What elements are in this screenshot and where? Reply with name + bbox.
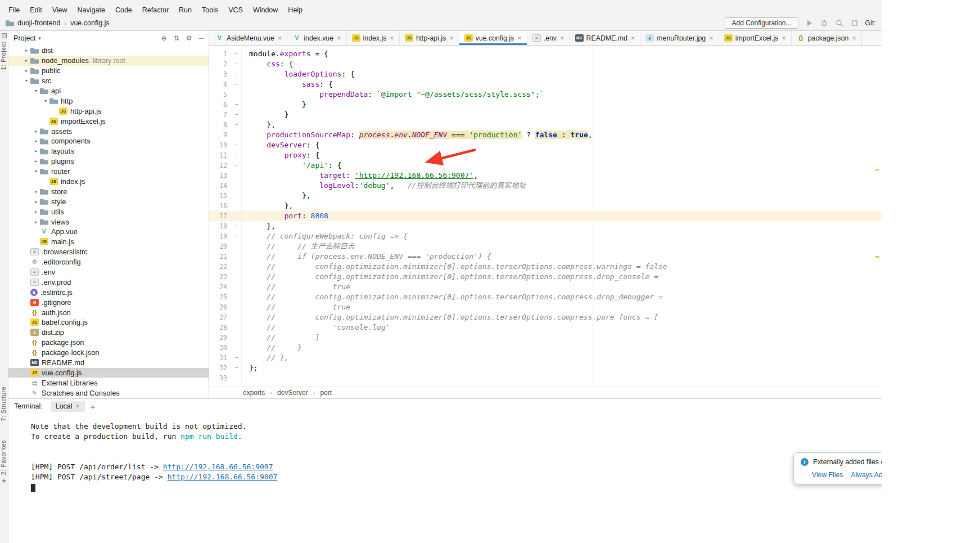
chevron-right-icon[interactable]: ▸ (32, 138, 40, 143)
menu-view[interactable]: View (47, 5, 73, 16)
tab-importexcel-js[interactable]: JSimportExcel.js× (719, 31, 792, 45)
tree-item-router[interactable]: ▾router (8, 167, 209, 177)
code-line[interactable]: 25 // config.optimization.minimizer[0].o… (209, 292, 882, 302)
tree-item-utils[interactable]: ▸utils (8, 207, 209, 217)
code-line[interactable]: 4− sass: { (209, 79, 882, 89)
breadcrumb-port[interactable]: port (320, 389, 332, 397)
tree-item-public[interactable]: ▸public (8, 66, 209, 76)
tree-item-editorconfig[interactable]: ⚙.editorconfig (8, 257, 209, 267)
code-line[interactable]: 1−module.exports = { (209, 49, 882, 59)
project-panel-selector[interactable]: Project (13, 34, 35, 42)
tab-env[interactable]: ≡.env× (527, 31, 570, 45)
code-line[interactable]: 12− '/api': { (209, 160, 882, 170)
menu-window[interactable]: Window (248, 5, 283, 16)
code-line[interactable]: 2− css: { (209, 59, 882, 69)
tree-item-views[interactable]: ▸views (8, 217, 209, 227)
tree-item-package-lock-json[interactable]: {}package-lock.json (8, 348, 209, 358)
tree-item-plugins[interactable]: ▸plugins (8, 156, 209, 167)
fold-icon[interactable]: − (232, 120, 241, 130)
code-line[interactable]: 18− }, (209, 221, 882, 231)
fold-icon[interactable]: − (232, 150, 241, 160)
code-line[interactable]: 3− loaderOptions: { (209, 69, 882, 79)
tree-item-dist-zip[interactable]: Zdist.zip (8, 327, 209, 338)
close-tab-icon[interactable]: × (782, 34, 786, 42)
chevron-right-icon[interactable]: ▸ (22, 68, 30, 73)
menu-refactor[interactable]: Refactor (137, 5, 174, 16)
code-line[interactable]: 26 // true (209, 302, 882, 312)
locate-file-button[interactable]: ⊕ (161, 34, 167, 42)
breadcrumb-devserver[interactable]: devServer (277, 389, 308, 397)
code-line[interactable]: 19− // configureWebpack: config => { (209, 231, 882, 241)
chevron-right-icon[interactable]: ▸ (32, 199, 40, 204)
tree-item-importexcel-js[interactable]: JSimportExcel.js (8, 116, 209, 126)
menu-vcs[interactable]: VCS (223, 5, 248, 16)
tab-readme-md[interactable]: MDREADME.md× (570, 31, 641, 45)
tree-item-index-js[interactable]: JSindex.js (8, 177, 209, 187)
fold-icon[interactable]: − (232, 221, 241, 231)
close-tab-icon[interactable]: × (852, 34, 856, 42)
favorites-star-icon[interactable]: ★ (1, 477, 7, 484)
chevron-down-icon[interactable]: ▾ (42, 98, 49, 104)
fold-icon[interactable]: − (232, 160, 241, 170)
tab-menurouter-jpg[interactable]: ▲menuRouter.jpg× (640, 31, 719, 45)
tree-item-src[interactable]: ▾src (8, 76, 209, 86)
code-line[interactable]: 24 // true (209, 282, 882, 292)
code-line[interactable]: 14 logLevel:'debug', //控制台终端打印代理前的真实地址 (209, 181, 882, 191)
close-tab-icon[interactable]: × (337, 34, 341, 42)
tree-item-vue-config-js[interactable]: JSvue.config.js (8, 368, 209, 378)
code-line[interactable]: 30 // } (209, 343, 882, 353)
chevron-right-icon[interactable]: ▸ (32, 129, 40, 134)
code-line[interactable]: 27 // config.optimization.minimizer[0].o… (209, 312, 882, 322)
tree-item-dist[interactable]: ▸dist (8, 46, 209, 56)
code-line[interactable]: 15 }, (209, 191, 882, 201)
tree-item-http-api-js[interactable]: JShttp-api.js (8, 106, 209, 116)
chevron-right-icon[interactable]: ▸ (32, 189, 40, 194)
terminal-link[interactable]: http://192.168.66.56:9007 (163, 463, 273, 471)
chevron-right-icon[interactable]: ▸ (32, 219, 40, 225)
search-button[interactable] (835, 19, 844, 28)
tree-item-http[interactable]: ▾http (8, 96, 209, 106)
tab-asidemenu-vue[interactable]: VAsideMenu.vue× (210, 31, 287, 45)
tab-index-vue[interactable]: Vindex.vue× (287, 31, 346, 45)
tree-item-env[interactable]: ≡.env (8, 267, 209, 277)
fold-icon[interactable]: − (232, 49, 241, 59)
terminal-output[interactable]: Note that the development build is not o… (8, 414, 882, 492)
warning-stripe-mark[interactable] (875, 256, 879, 258)
tab-index-js[interactable]: JSindex.js× (347, 31, 400, 45)
close-tab-icon[interactable]: × (631, 34, 635, 42)
chevron-down-icon[interactable]: ▾ (22, 78, 30, 83)
menu-navigate[interactable]: Navigate (73, 5, 110, 16)
tree-item-browserslistrc[interactable]: ≡.browserslistrc (8, 247, 209, 257)
code-line[interactable]: 21 // if (process.env.NODE_ENV === 'prod… (209, 252, 882, 262)
always-add-link[interactable]: Always Add (851, 471, 882, 479)
fold-icon[interactable]: − (232, 231, 241, 241)
fold-icon[interactable]: − (232, 363, 241, 373)
view-files-link[interactable]: View Files (812, 471, 843, 479)
fold-icon[interactable]: − (232, 140, 241, 150)
close-tab-icon[interactable]: × (560, 34, 564, 42)
code-line[interactable]: 11− proxy: { (209, 150, 882, 160)
chevron-right-icon[interactable]: ▸ (32, 159, 40, 164)
breadcrumb-file[interactable]: vue.config.js (70, 19, 109, 27)
code-line[interactable]: 29 // ] (209, 333, 882, 343)
breadcrumb-project[interactable]: duoji-frontend (17, 19, 60, 27)
close-tab-icon[interactable]: × (278, 34, 282, 42)
code-line[interactable]: 31− // }, (209, 353, 882, 363)
fold-icon[interactable]: − (232, 69, 241, 79)
chevron-right-icon[interactable]: ▸ (22, 48, 30, 53)
code-line[interactable]: 33 (209, 373, 882, 383)
menu-run[interactable]: Run (174, 5, 197, 16)
toolwindow-button-structure[interactable]: 7: Structure (0, 387, 8, 421)
tree-item-components[interactable]: ▸components (8, 136, 209, 146)
tree-item-assets[interactable]: ▸assets (8, 126, 209, 136)
tree-item-gitignore[interactable]: G.gitignore (8, 297, 209, 307)
tree-item-eslintrc-js[interactable]: E.eslintrc.js (8, 287, 209, 297)
tree-item-package-json[interactable]: {}package.json (8, 338, 209, 348)
chevron-down-icon[interactable]: ▾ (32, 88, 40, 93)
tree-item-external-libraries[interactable]: ▤External Libraries (8, 378, 209, 388)
chevron-right-icon[interactable]: ▸ (32, 209, 40, 214)
terminal-link[interactable]: http://192.168.66.56:9007 (168, 473, 278, 481)
tree-item-store[interactable]: ▸store (8, 186, 209, 196)
code-line[interactable]: 9 productionSourceMap: process.env.NODE_… (209, 130, 882, 140)
tree-item-env-prod[interactable]: ≡.env.prod (8, 277, 209, 287)
